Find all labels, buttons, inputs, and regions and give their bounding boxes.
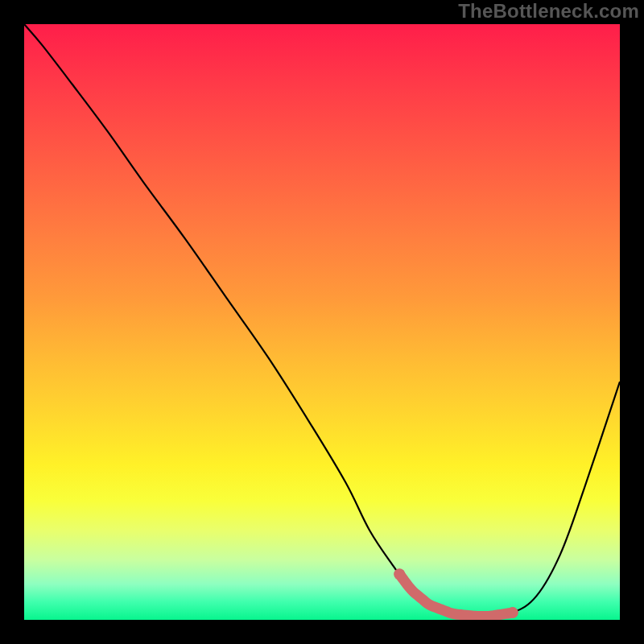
plot-gradient-area xyxy=(24,24,620,620)
chart-container: TheBottleneck.com xyxy=(0,0,644,644)
bottleneck-curve xyxy=(24,24,620,620)
curve-path xyxy=(24,24,620,617)
optimal-range-end-dot xyxy=(507,607,518,618)
attribution-text: TheBottleneck.com xyxy=(458,0,639,23)
optimal-range-highlight xyxy=(399,574,513,616)
optimal-range-start-dot xyxy=(394,568,405,580)
